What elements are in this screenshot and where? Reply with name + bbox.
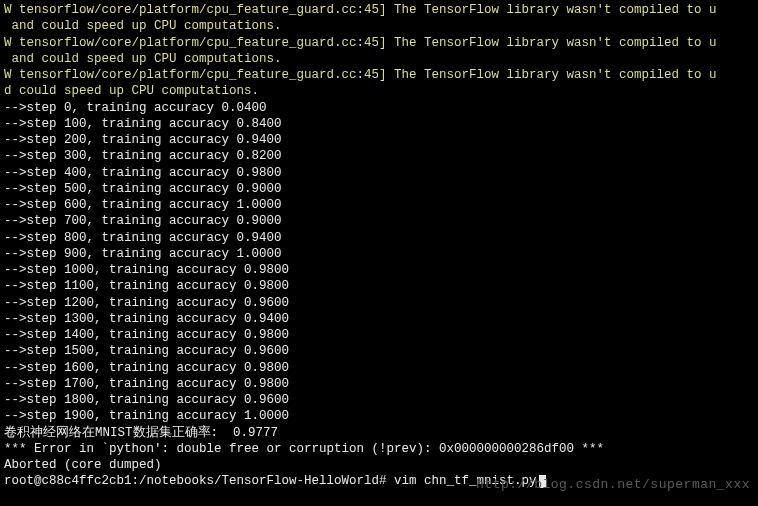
training-step-line: -->step 600, training accuracy 1.0000	[4, 197, 754, 213]
training-step-line: -->step 400, training accuracy 0.9800	[4, 165, 754, 181]
warning-line: and could speed up CPU computations.	[4, 51, 754, 67]
training-step-line: -->step 800, training accuracy 0.9400	[4, 230, 754, 246]
error-line: *** Error in `python': double free or co…	[4, 441, 754, 457]
training-step-line: -->step 1500, training accuracy 0.9600	[4, 343, 754, 359]
watermark-text: http://blog.csdn.net/superman_xxx	[476, 477, 750, 494]
training-step-line: -->step 1900, training accuracy 1.0000	[4, 408, 754, 424]
warning-line: and could speed up CPU computations.	[4, 18, 754, 34]
warning-line: W tensorflow/core/platform/cpu_feature_g…	[4, 35, 754, 51]
training-step-line: -->step 1000, training accuracy 0.9800	[4, 262, 754, 278]
aborted-line: Aborted (core dumped)	[4, 457, 754, 473]
warning-line: W tensorflow/core/platform/cpu_feature_g…	[4, 67, 754, 83]
warning-line: d could speed up CPU computations.	[4, 83, 754, 99]
training-step-line: -->step 300, training accuracy 0.8200	[4, 148, 754, 164]
terminal-output[interactable]: W tensorflow/core/platform/cpu_feature_g…	[4, 2, 754, 490]
training-step-line: -->step 1300, training accuracy 0.9400	[4, 311, 754, 327]
training-step-line: -->step 1600, training accuracy 0.9800	[4, 360, 754, 376]
training-step-line: -->step 200, training accuracy 0.9400	[4, 132, 754, 148]
training-step-line: -->step 100, training accuracy 0.8400	[4, 116, 754, 132]
training-step-line: -->step 1200, training accuracy 0.9600	[4, 295, 754, 311]
training-step-line: -->step 0, training accuracy 0.0400	[4, 100, 754, 116]
training-step-line: -->step 700, training accuracy 0.9000	[4, 213, 754, 229]
training-step-line: -->step 1800, training accuracy 0.9600	[4, 392, 754, 408]
training-step-line: -->step 500, training accuracy 0.9000	[4, 181, 754, 197]
training-step-line: -->step 1400, training accuracy 0.9800	[4, 327, 754, 343]
warning-line: W tensorflow/core/platform/cpu_feature_g…	[4, 2, 754, 18]
result-line: 卷积神经网络在MNIST数据集正确率: 0.9777	[4, 425, 754, 441]
training-step-line: -->step 1700, training accuracy 0.9800	[4, 376, 754, 392]
training-step-line: -->step 1100, training accuracy 0.9800	[4, 278, 754, 294]
prompt-path: :/notebooks/TensorFlow-HelloWorld#	[132, 474, 387, 488]
prompt-userhost: root@c88c4ffc2cb1	[4, 474, 132, 488]
training-step-line: -->step 900, training accuracy 1.0000	[4, 246, 754, 262]
